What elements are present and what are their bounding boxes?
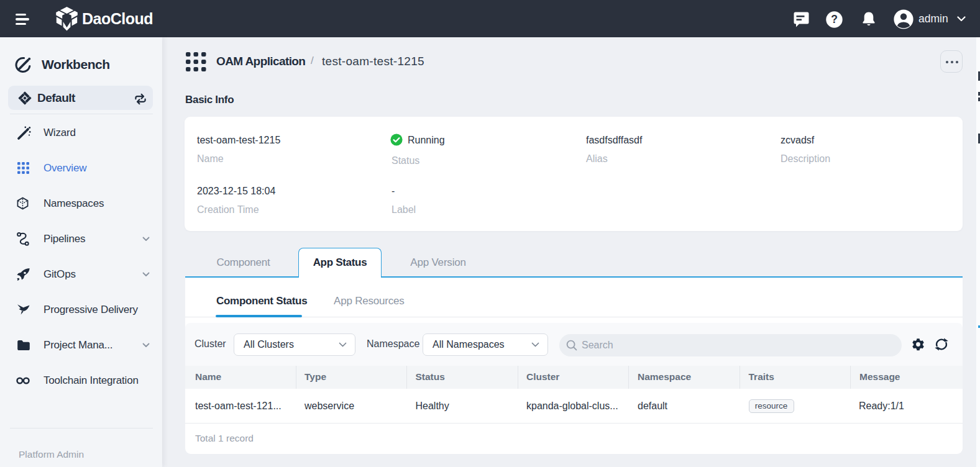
svg-text:?: ? [831,13,838,25]
